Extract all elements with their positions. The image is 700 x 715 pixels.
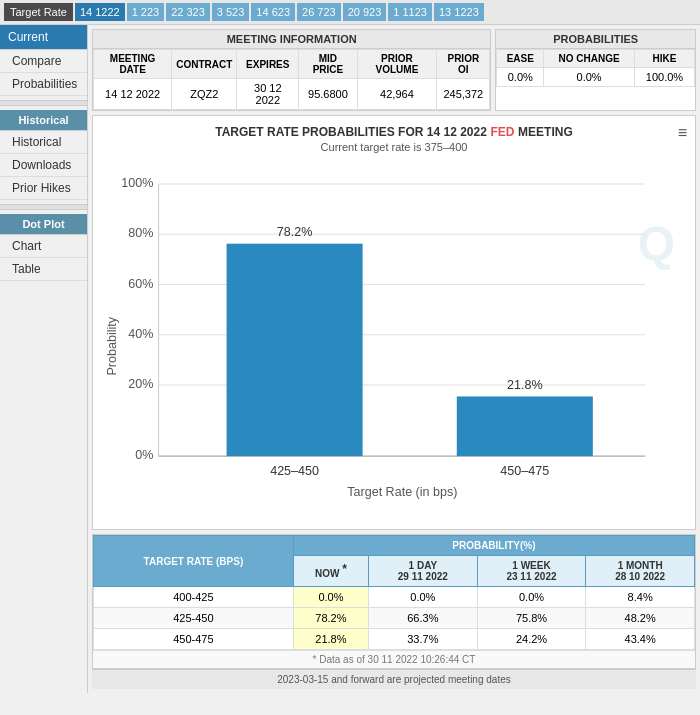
svg-text:0%: 0% <box>135 448 153 462</box>
date-btn-7[interactable]: 1 1123 <box>388 3 432 21</box>
bar-425-450 <box>227 244 363 456</box>
col-hike: HIKE <box>635 50 695 68</box>
prob-header: PROBABILITIES <box>496 30 695 49</box>
now-450-475: 21.8% <box>293 629 368 650</box>
day1-425-450: 66.3% <box>369 608 478 629</box>
bar-450-475 <box>457 396 593 456</box>
rate-450-475: 450-475 <box>94 629 294 650</box>
date-btn-8[interactable]: 13 1223 <box>434 3 484 21</box>
bar-chart-container: Probability 100% 80% 60% 40% <box>101 161 687 521</box>
svg-text:60%: 60% <box>128 277 153 291</box>
month1-425-450: 48.2% <box>586 608 695 629</box>
val-hike: 100.0% <box>635 68 695 87</box>
table-row: 425-450 78.2% 66.3% 75.8% 48.2% <box>94 608 695 629</box>
sidebar-historical[interactable]: Historical <box>0 131 87 154</box>
month1-400-425: 8.4% <box>586 587 695 608</box>
th-target-rate: TARGET RATE (BPS) <box>94 536 294 587</box>
col-mid-price: MID PRICE <box>299 50 357 79</box>
rate-425-450: 425-450 <box>94 608 294 629</box>
col-contract: CONTRACT <box>172 50 237 79</box>
svg-text:40%: 40% <box>128 327 153 341</box>
week1-425-450: 75.8% <box>477 608 586 629</box>
day1-400-425: 0.0% <box>369 587 478 608</box>
bar-chart-svg: Probability 100% 80% 60% 40% <box>101 161 687 521</box>
sidebar-compare[interactable]: Compare <box>0 50 87 73</box>
footer-date: 2023-03-15 and forward are projected mee… <box>92 669 696 689</box>
rate-400-425: 400-425 <box>94 587 294 608</box>
date-btn-6[interactable]: 20 923 <box>343 3 387 21</box>
sidebar-dot-plot-label: Dot Plot <box>0 214 87 235</box>
content-area: MEETING INFORMATION MEETING DATE CONTRAC… <box>88 25 700 693</box>
date-btn-4[interactable]: 14 623 <box>251 3 295 21</box>
date-btn-5[interactable]: 26 723 <box>297 3 341 21</box>
sidebar-probabilities[interactable]: Probabilities <box>0 73 87 96</box>
val-ease: 0.0% <box>497 68 544 87</box>
th-now: NOW * <box>293 556 368 587</box>
top-bar: Target Rate 14 1222 1 223 22 323 3 523 1… <box>0 0 700 25</box>
val-expires: 30 12 2022 <box>237 79 299 110</box>
x-axis-label: Target Rate (in bps) <box>347 485 457 499</box>
val-contract: ZQZ2 <box>172 79 237 110</box>
svg-text:20%: 20% <box>128 377 153 391</box>
prob-panel: PROBABILITIES EASE NO CHANGE HIKE 0.0% 0… <box>495 29 696 111</box>
col-meeting-date: MEETING DATE <box>94 50 172 79</box>
date-btn-1[interactable]: 1 223 <box>127 3 165 21</box>
sidebar: Current Compare Probabilities Historical… <box>0 25 88 693</box>
date-btn-0[interactable]: 14 1222 <box>75 3 125 21</box>
sidebar-downloads[interactable]: Downloads <box>0 154 87 177</box>
th-1week: 1 WEEK23 11 2022 <box>477 556 586 587</box>
y-axis-label: Probability <box>105 316 119 375</box>
sidebar-divider-1 <box>0 100 87 106</box>
table-row: 400-425 0.0% 0.0% 0.0% 8.4% <box>94 587 695 608</box>
footnote: * Data as of 30 11 2022 10:26:44 CT <box>93 650 695 668</box>
now-400-425: 0.0% <box>293 587 368 608</box>
chart-menu-icon[interactable]: ≡ <box>678 124 687 142</box>
col-expires: EXPIRES <box>237 50 299 79</box>
th-1day: 1 DAY29 11 2022 <box>369 556 478 587</box>
val-prior-oi: 245,372 <box>437 79 490 110</box>
table-row: 450-475 21.8% 33.7% 24.2% 43.4% <box>94 629 695 650</box>
date-btn-2[interactable]: 22 323 <box>166 3 210 21</box>
val-no-change: 0.0% <box>544 68 635 87</box>
col-prior-volume: PRIOR VOLUME <box>357 50 437 79</box>
date-btn-3[interactable]: 3 523 <box>212 3 250 21</box>
col-ease: EASE <box>497 50 544 68</box>
week1-450-475: 24.2% <box>477 629 586 650</box>
col-no-change: NO CHANGE <box>544 50 635 68</box>
sidebar-table[interactable]: Table <box>0 258 87 281</box>
sidebar-historical-label: Historical <box>0 110 87 131</box>
month1-450-475: 43.4% <box>586 629 695 650</box>
bar-xlabel-425-450: 425–450 <box>270 464 319 478</box>
now-425-450: 78.2% <box>293 608 368 629</box>
sidebar-chart[interactable]: Chart <box>0 235 87 258</box>
svg-text:100%: 100% <box>121 176 153 190</box>
sidebar-prior-hikes[interactable]: Prior Hikes <box>0 177 87 200</box>
chart-title: TARGET RATE PROBABILITIES FOR 14 12 2022… <box>101 124 687 139</box>
val-meeting-date: 14 12 2022 <box>94 79 172 110</box>
val-mid-price: 95.6800 <box>299 79 357 110</box>
sidebar-current-btn[interactable]: Current <box>0 25 87 50</box>
svg-text:80%: 80% <box>128 226 153 240</box>
main-layout: Current Compare Probabilities Historical… <box>0 25 700 693</box>
info-block: MEETING INFORMATION MEETING DATE CONTRAC… <box>92 29 696 111</box>
bar-label-425-450: 78.2% <box>277 225 313 239</box>
meeting-info-panel: MEETING INFORMATION MEETING DATE CONTRAC… <box>92 29 491 111</box>
sidebar-divider-2 <box>0 204 87 210</box>
week1-400-425: 0.0% <box>477 587 586 608</box>
th-probability: PROBABILITY(%) <box>293 536 694 556</box>
th-1month: 1 MONTH28 10 2022 <box>586 556 695 587</box>
prob-data-table: TARGET RATE (BPS) PROBABILITY(%) NOW * 1… <box>93 535 695 650</box>
meeting-info-header: MEETING INFORMATION <box>93 30 490 49</box>
meeting-info-table: MEETING DATE CONTRACT EXPIRES MID PRICE … <box>93 49 490 110</box>
bar-label-450-475: 21.8% <box>507 378 543 392</box>
col-prior-oi: PRIOR OI <box>437 50 490 79</box>
day1-450-475: 33.7% <box>369 629 478 650</box>
prob-table: EASE NO CHANGE HIKE 0.0% 0.0% 100.0% <box>496 49 695 87</box>
target-rate-label: Target Rate <box>4 3 73 21</box>
chart-subtitle: Current target rate is 375–400 <box>101 141 687 153</box>
prob-table-panel: TARGET RATE (BPS) PROBABILITY(%) NOW * 1… <box>92 534 696 669</box>
chart-panel: ≡ TARGET RATE PROBABILITIES FOR 14 12 20… <box>92 115 696 530</box>
val-prior-volume: 42,964 <box>357 79 437 110</box>
bar-xlabel-450-475: 450–475 <box>500 464 549 478</box>
